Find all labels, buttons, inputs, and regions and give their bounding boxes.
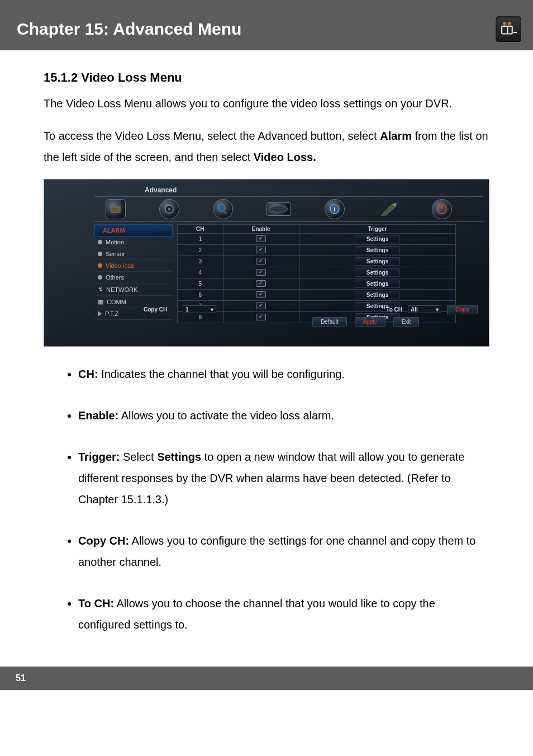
- col-enable: Enable: [223, 225, 299, 234]
- svg-rect-4: [513, 32, 517, 33]
- sidebar-item-motion[interactable]: Motion: [94, 237, 173, 248]
- settings-button[interactable]: Settings: [355, 268, 400, 277]
- copy-ch-label: Copy CH: [144, 306, 177, 313]
- cell-trigger: Settings: [299, 290, 456, 301]
- tab-icon-search[interactable]: [213, 199, 233, 219]
- intro-paragraph: The Video Loss Menu allows you to config…: [44, 93, 489, 114]
- list-item: Copy CH: Allows you to configure the set…: [78, 530, 489, 573]
- cell-trigger: Settings: [299, 278, 456, 290]
- cell-enable: [223, 267, 299, 278]
- sidebar-item-label: Others: [106, 274, 124, 281]
- bullet-term-toch: To CH:: [78, 597, 114, 609]
- sidebar-item-label: Sensor: [106, 251, 125, 257]
- enable-checkbox[interactable]: [256, 247, 266, 253]
- copy-ch-select[interactable]: 1▾: [183, 305, 216, 313]
- enable-checkbox[interactable]: [256, 280, 266, 287]
- tab-icon-record[interactable]: [159, 199, 179, 219]
- description-list: CH: Indicates the channel that you will …: [44, 363, 489, 635]
- bullet-text: Allows you to activate the video loss al…: [118, 409, 334, 422]
- table-row: 2Settings: [178, 245, 478, 256]
- svg-rect-5: [111, 207, 120, 212]
- bullet-term-ch: CH:: [78, 368, 98, 380]
- chapter-title: Chapter 15: Advanced Menu: [17, 20, 241, 39]
- sidebar-item-others[interactable]: Others: [94, 272, 173, 284]
- svg-rect-2: [502, 26, 512, 34]
- settings-button[interactable]: Settings: [355, 280, 400, 288]
- list-item: CH: Indicates the channel that you will …: [78, 363, 489, 385]
- list-item: Trigger: Select Settings to open a new w…: [78, 446, 489, 510]
- svg-point-0: [503, 22, 506, 25]
- access-bold-alarm: Alarm: [380, 130, 412, 142]
- cell-trigger: Settings: [299, 245, 456, 256]
- cell-ch: 6: [178, 290, 223, 301]
- settings-button[interactable]: Settings: [355, 257, 400, 266]
- arrow-icon: [98, 311, 102, 316]
- table-header-row: CH Enable Trigger: [178, 225, 478, 234]
- sidebar-item-sensor[interactable]: Sensor: [94, 248, 173, 260]
- svg-rect-9: [223, 210, 227, 214]
- sidebar-item-label: NETWORK: [106, 286, 137, 293]
- cell-ch: 4: [178, 267, 223, 278]
- tab-icon-power[interactable]: [432, 199, 452, 219]
- enable-checkbox[interactable]: [256, 258, 266, 264]
- tab-icon-info[interactable]: i: [325, 199, 345, 219]
- dvr-app-icon: [495, 16, 522, 42]
- table-row: 4Settings: [178, 267, 478, 278]
- enable-checkbox[interactable]: [256, 269, 266, 276]
- table-row: 6Settings: [178, 290, 478, 301]
- window-title: Advanced: [145, 186, 177, 194]
- enable-checkbox[interactable]: [256, 291, 266, 298]
- bottom-button-row: Default Apply Exit: [312, 317, 419, 327]
- cell-enable: [223, 234, 299, 245]
- page-number: 51: [16, 673, 26, 683]
- top-tab-strip: i: [94, 196, 483, 222]
- settings-button[interactable]: Settings: [355, 291, 400, 299]
- settings-button[interactable]: Settings: [355, 235, 400, 243]
- svg-point-7: [168, 208, 171, 211]
- settings-button[interactable]: Settings: [355, 246, 400, 254]
- default-button[interactable]: Default: [312, 317, 347, 327]
- sidebar-item-videoloss[interactable]: Video loss: [94, 260, 173, 272]
- sidebar-item-label: P.T.Z: [105, 310, 118, 317]
- svg-point-10: [270, 206, 288, 212]
- sidebar-item-label: COMM: [107, 299, 126, 305]
- tab-icon-advanced[interactable]: [378, 199, 398, 219]
- dvr-screenshot: Advanced i ALARM Motion Sensor Video los…: [44, 179, 489, 347]
- dot-icon: [98, 240, 102, 244]
- sidebar-item-network[interactable]: ↯NETWORK: [94, 284, 173, 296]
- chapter-header: Chapter 15: Advanced Menu: [0, 0, 533, 50]
- cell-enable: [223, 256, 299, 267]
- sidebar-header-alarm: ALARM: [94, 224, 173, 237]
- table-row: 5Settings: [178, 278, 478, 290]
- dot-icon: [98, 263, 102, 268]
- copy-ch-value: 1: [185, 306, 189, 313]
- svg-marker-13: [381, 204, 396, 215]
- access-text-1: To access the Video Loss Menu, select th…: [44, 130, 380, 142]
- col-ch: CH: [178, 225, 223, 234]
- table-row: 3Settings: [178, 256, 478, 267]
- cell-enable: [223, 278, 299, 290]
- bullet-bold-settings: Settings: [157, 451, 201, 463]
- bullet-text: Indicates the channel that you will be c…: [98, 368, 345, 380]
- cell-ch: 3: [178, 256, 223, 267]
- chevron-down-icon: ▾: [211, 306, 213, 313]
- svg-text:i: i: [334, 206, 335, 212]
- bullet-text: Select: [120, 451, 157, 463]
- enable-checkbox[interactable]: [256, 235, 266, 242]
- dot-icon: [98, 275, 102, 280]
- cell-trigger: Settings: [299, 267, 456, 278]
- svg-rect-3: [507, 26, 508, 34]
- cell-ch: 1: [178, 234, 223, 245]
- exit-button[interactable]: Exit: [393, 317, 420, 327]
- to-ch-select[interactable]: All▾: [408, 305, 441, 313]
- copy-row: Copy CH 1▾ To CH All▾ Copy: [177, 304, 478, 315]
- section-heading: 15.1.2 Video Loss Menu: [44, 70, 489, 85]
- copy-button[interactable]: Copy: [447, 305, 478, 314]
- to-ch-value: All: [411, 306, 418, 313]
- tab-icon-general[interactable]: [106, 199, 126, 219]
- apply-button[interactable]: Apply: [355, 317, 386, 327]
- bullet-term-trigger: Trigger:: [78, 451, 120, 463]
- sidebar-item-label: Motion: [106, 239, 124, 245]
- tab-icon-hdd[interactable]: [266, 202, 291, 216]
- sidebar-item-label: Video loss: [106, 262, 134, 269]
